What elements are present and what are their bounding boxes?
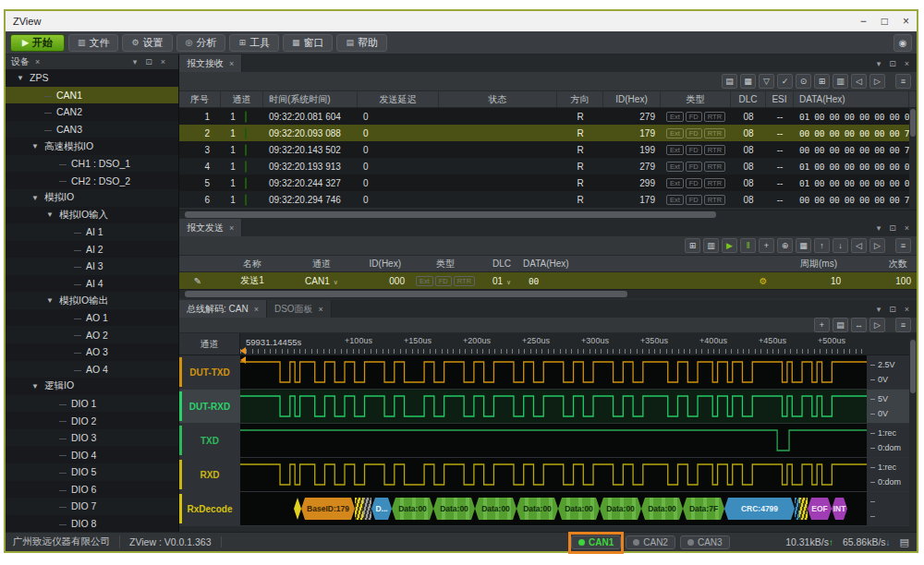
decode-field-crc[interactable]: CRC:4799: [724, 498, 795, 520]
panel-close-icon[interactable]: ×: [905, 223, 909, 233]
tree-item[interactable]: ▼ 高速模拟IO: [6, 138, 178, 155]
maximize-button[interactable]: □: [881, 16, 888, 27]
settings-button[interactable]: ⚙ 设置: [122, 34, 172, 52]
tree-item[interactable]: ▼ 逻辑IO: [6, 378, 178, 395]
tree-item[interactable]: DIO 8: [6, 515, 178, 533]
send-hscrollbar[interactable]: [179, 289, 917, 298]
scroll-lock-icon[interactable]: ✓: [777, 74, 793, 89]
decode-result-track[interactable]: BaseID:179D...Data:00Data:00Data:00Data:…: [240, 492, 867, 525]
cursor-icon[interactable]: +: [814, 318, 830, 332]
dropdown-icon[interactable]: ▾: [133, 57, 138, 66]
timestamp-mode-icon[interactable]: ⊙: [796, 74, 811, 89]
export-icon[interactable]: ▷: [869, 238, 885, 253]
send-table-row[interactable]: ✎ 发送1 CAN1∨ 000 Ext FD RTR 01∨ 00 ⚙ 10 1…: [179, 272, 917, 289]
export-icon[interactable]: ▷: [869, 318, 885, 332]
waveform-txd[interactable]: [240, 424, 867, 457]
tree-item[interactable]: DIO 5: [6, 463, 178, 481]
snapshot-button[interactable]: ◉: [894, 34, 912, 52]
decode-marks[interactable]: [363, 498, 371, 520]
add-frame-icon[interactable]: +: [759, 238, 774, 253]
tree-item[interactable]: ▼ 模拟IO: [6, 189, 178, 207]
move-up-icon[interactable]: ↑: [814, 238, 830, 253]
decode-marks[interactable]: [799, 498, 808, 520]
tree-item[interactable]: DIO 7: [6, 498, 178, 515]
tree-item[interactable]: AO 2: [6, 326, 178, 343]
tree-item[interactable]: DIO 4: [6, 446, 178, 463]
table-row[interactable]: 4 1 09:32:20.193 913 0 R 279 Ext FD R: [179, 158, 917, 174]
tab-dso-panel[interactable]: DSO面板 ×: [267, 300, 332, 318]
decode-field-int[interactable]: INT: [832, 498, 847, 520]
tree-item[interactable]: DIO 3: [6, 429, 178, 447]
waveform-dut-rxd[interactable]: [240, 390, 867, 423]
tree-item[interactable]: CH1 : DSO_1: [6, 155, 178, 173]
id-edit-icon[interactable]: ⊞: [685, 238, 700, 253]
help-button[interactable]: ▤ 帮助: [336, 34, 387, 52]
decode-field-eof[interactable]: EOF: [808, 498, 832, 520]
table-row[interactable]: 6 1 09:32:20.294 746 0 R 179 Ext FD R: [179, 191, 917, 208]
panel-close-icon[interactable]: ×: [905, 59, 909, 68]
menu-icon[interactable]: ≡: [895, 74, 911, 89]
send-frame-icon[interactable]: ✎: [179, 276, 216, 286]
start-button[interactable]: ▶ 开始: [10, 34, 65, 52]
frame-settings-icon[interactable]: ⚙: [747, 276, 780, 286]
sidebar-tab-close-icon[interactable]: ×: [35, 57, 40, 66]
column-settings-icon[interactable]: ▥: [703, 238, 719, 253]
can3-indicator[interactable]: CAN3: [680, 535, 730, 549]
receive-hscrollbar[interactable]: [179, 210, 917, 219]
tab-send[interactable]: 报文发送 ×: [179, 219, 242, 236]
receive-vscrollbar[interactable]: [909, 108, 917, 210]
export-icon[interactable]: ▷: [869, 74, 885, 89]
table-row[interactable]: 1 1 09:32:20.081 604 0 R 279 Ext FD R: [179, 108, 917, 125]
tree-item[interactable]: DIO 1: [6, 395, 178, 413]
decode-field-dlc[interactable]: D...: [371, 498, 392, 520]
tree-item[interactable]: AO 1: [6, 309, 178, 327]
dropdown-icon[interactable]: ▾: [877, 305, 881, 314]
analysis-button[interactable]: ◎ 分析: [176, 34, 226, 52]
decode-field-data[interactable]: Data:00: [475, 498, 517, 520]
decode-field-data[interactable]: Data:00: [558, 498, 600, 520]
tree-item[interactable]: ▼ 模拟IO输出: [6, 292, 178, 309]
channel-select[interactable]: CAN1∨: [288, 276, 355, 286]
decode-vscrollbar[interactable]: [909, 338, 917, 526]
can2-indicator[interactable]: CAN2: [626, 535, 675, 549]
tab-close-icon[interactable]: ×: [319, 305, 323, 314]
float-icon[interactable]: ⊡: [889, 305, 896, 314]
decode-field-data[interactable]: Data:00: [517, 498, 558, 520]
decode-field-data[interactable]: Data:7F: [683, 498, 724, 520]
minimize-button[interactable]: −: [860, 16, 867, 27]
table-row[interactable]: 3 1 09:32:20.143 502 0 R 199 Ext FD R: [179, 141, 917, 158]
tree-item[interactable]: AI 2: [6, 241, 178, 258]
expand-arrow-icon[interactable]: ▼: [17, 74, 30, 82]
tree-item[interactable]: CH2 : DSO_2: [6, 172, 178, 189]
start-send-icon[interactable]: ▶: [722, 238, 737, 253]
table-row[interactable]: 5 1 09:32:20.244 327 0 R 299 Ext FD R: [179, 174, 917, 191]
column-settings-icon[interactable]: ▥: [833, 74, 848, 89]
tree-item[interactable]: AI 1: [6, 223, 178, 241]
printer-icon[interactable]: ▤: [900, 536, 909, 548]
filter-icon[interactable]: ▽: [759, 74, 774, 89]
tree-item[interactable]: CAN2: [6, 103, 178, 121]
tree-item[interactable]: CAN3: [6, 121, 178, 138]
auto-scale-icon[interactable]: ▤: [833, 318, 848, 332]
float-icon[interactable]: ⊡: [889, 223, 896, 233]
can1-indicator[interactable]: CAN1: [571, 535, 621, 549]
pause-send-icon[interactable]: ‖: [740, 238, 756, 253]
clear-list-icon[interactable]: ▦: [740, 74, 756, 89]
clear-icon[interactable]: ▦: [796, 238, 811, 253]
tree-item[interactable]: DIO 2: [6, 412, 178, 429]
window-button[interactable]: ▦ 窗口: [283, 34, 334, 52]
sidebar-tab-label[interactable]: 设备: [11, 55, 30, 68]
import-icon[interactable]: ◁: [851, 238, 867, 253]
decode-field-data[interactable]: Data:00: [600, 498, 641, 520]
tree-item[interactable]: CAN1: [6, 87, 178, 104]
panel-close-icon[interactable]: ×: [905, 305, 909, 314]
waveform-dut-txd[interactable]: [240, 355, 867, 389]
tree-item[interactable]: ▼ ZPS: [6, 69, 178, 87]
menu-icon[interactable]: ≡: [895, 238, 911, 253]
panel-close-icon[interactable]: ×: [161, 57, 165, 66]
file-button[interactable]: ▥ 文件: [68, 34, 119, 52]
id-display-icon[interactable]: ⊞: [814, 74, 830, 89]
expand-arrow-icon[interactable]: ▼: [31, 142, 44, 150]
import-icon[interactable]: ◁: [851, 74, 867, 89]
tools-button[interactable]: ⊞ 工具: [229, 34, 279, 52]
